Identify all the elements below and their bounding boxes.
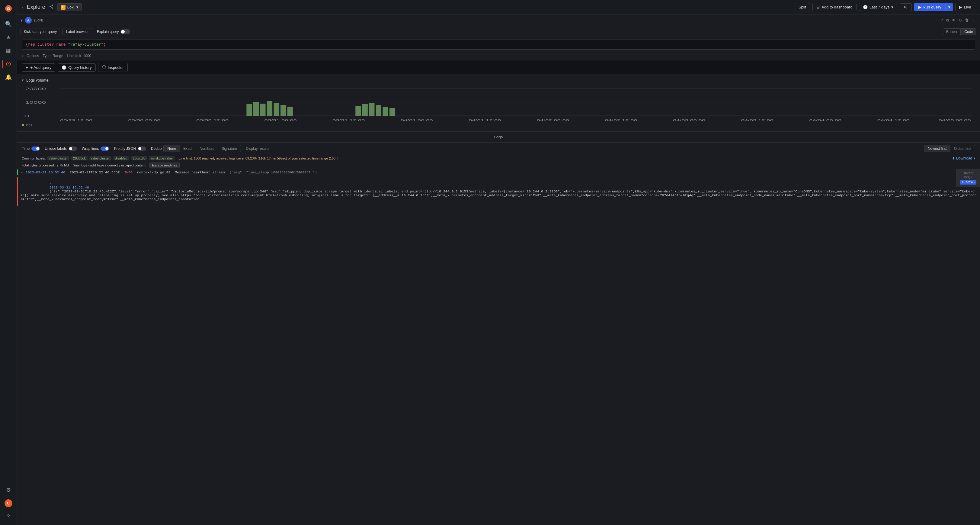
time-range-button[interactable]: 🕐 Last 7 days ▾ [859,3,897,11]
prettify-json-control: Prettify JSON [114,147,146,151]
options-chevron[interactable]: › [22,54,23,58]
query-brace-open: { [25,42,28,47]
grafana-logo[interactable]: G [2,2,14,14]
unique-labels-toggle[interactable] [68,147,77,151]
query-key: rep_cluster_name [28,42,66,47]
filter-exact[interactable]: Exact [180,145,196,152]
label-tag-2: 28d68ok [71,156,88,160]
svg-rect-14 [287,107,293,116]
datasource-selector[interactable]: L Loki ▾ [57,3,82,11]
filter-numbers[interactable]: Numbers [196,145,218,152]
split-button[interactable]: Split [795,3,810,11]
log-entry[interactable]: › 2023-03-31 15:52:46 2023-03-31T10:22:4… [17,169,980,176]
label-tag-4: disabled [113,156,129,160]
escape-newlines-button[interactable]: Escape newlines [150,163,180,168]
explain-toggle-group: Explain query [97,29,130,34]
logs-panel-header: Logs [17,132,980,143]
svg-text:20000: 20000 [25,87,46,91]
sidebar-item-alerts[interactable]: 🔔 [2,71,14,83]
sidebar-item-starred[interactable]: ★ [2,32,14,43]
delete-icon[interactable]: 🗑 [964,17,969,23]
legend-label: logs [26,123,32,127]
add-to-dashboard-button[interactable]: ⊞ Add to dashboard [813,3,856,11]
run-query-dropdown[interactable]: ▾ [946,3,953,11]
timestamp-badge: 15:52:46 [960,180,976,185]
log-content-1: › 2023-03-31 15:52:46 2023-03-31T10:22:4… [18,169,980,175]
zoom-out-button[interactable] [900,3,912,11]
wrap-lines-label: Wrap lines [82,147,99,151]
query-actions: ? ⧉ 👁 ⊘ 🗑 ⋮ [940,17,976,23]
label-browser-button[interactable]: Label browser [62,28,92,35]
time-control: Time [22,147,40,151]
query-label: A [25,17,32,24]
log-chevron-2[interactable]: › [49,182,52,185]
log-json-1: {"msg": "time_stamp:1680258166812808757 … [229,171,317,174]
time-toggle[interactable] [32,147,40,151]
filter-signature[interactable]: Signature [218,145,240,152]
prettify-json-label: Prettify JSON [114,147,136,151]
logs-panel: Logs Time Unique labels Wrap lines [17,132,980,525]
sidebar-item-user[interactable]: U [2,497,14,509]
svg-text:G: G [6,6,10,11]
builder-switch-btn[interactable]: Builder [943,29,961,35]
log-timestamp-1: 2023-03-31 15:52:46 [25,171,65,174]
label-tag-1: rafay-cluster [48,156,70,160]
eye-icon[interactable]: 👁 [951,17,956,23]
start-of-range-label: Start of range [960,171,976,179]
line-limit-label: Line limit: 1000 [67,54,91,58]
logs-volume-panel: ▾ Logs volume 20000 10000 0 [17,74,980,132]
query-input[interactable]: {rep_cluster_name="rafay-cluster"} [22,40,975,49]
share-icon[interactable] [49,4,54,10]
sidebar-toggle[interactable]: › [22,5,23,10]
sort-oldest-first[interactable]: Oldest first [950,145,975,152]
builder-code-switch: Builder Code [943,29,976,35]
help-icon[interactable]: ? [940,17,943,23]
more-icon[interactable]: ⋮ [971,17,976,23]
dedup-label: Dedup [151,147,162,151]
filter-none[interactable]: None [164,145,180,152]
sort-newest-first[interactable]: Newest first [924,145,950,152]
log-message-label-1: Message heartbeat stream [175,171,225,174]
escape-warning: Your logs might have incorrectly escaped… [73,163,146,167]
log-context-1: context/dp.go:88 [137,171,170,174]
log-entry-2[interactable]: › 2023-03-31 15:52:46 {"ts":"2023-03-31T… [17,176,980,207]
chart-legend: logs [22,123,975,127]
log-chevron[interactable]: › [20,171,22,174]
legend-dot [22,124,24,126]
inspector-button[interactable]: ⓘ Inspector [98,63,128,72]
code-switch-btn[interactable]: Code [961,29,976,35]
query-input-area: {rep_cluster_name="rafay-cluster"} [17,37,980,52]
explain-toggle[interactable] [121,29,130,34]
run-query-button[interactable]: ▶ Run query [914,3,945,11]
logs-controls: Time Unique labels Wrap lines Prettify J… [17,143,980,155]
query-history-button[interactable]: 🕐 Query history [58,64,95,72]
download-button[interactable]: ⬇ Download ▾ [952,156,975,160]
disable-icon[interactable]: ⊘ [958,17,963,23]
sidebar-item-search[interactable]: 🔍 [2,18,14,30]
live-icon: ▶ [959,5,962,10]
sidebar-item-explore[interactable] [2,58,14,70]
add-query-button[interactable]: + + Add query [22,64,55,72]
query-collapse-btn[interactable]: ▾ [21,18,23,23]
main-content: › Explore L Loki ▾ Split ⊞ Add to dashbo… [17,0,980,525]
query-header: ▾ A (Loki) ? ⧉ 👁 ⊘ 🗑 ⋮ [17,14,980,26]
logs-volume-chevron[interactable]: ▾ [22,78,24,83]
svg-rect-17 [369,103,374,116]
sidebar-item-dashboards[interactable]: ▦ [2,45,14,57]
svg-text:03/30 00:00: 03/30 00:00 [128,119,160,122]
run-icon: ▶ [918,5,921,10]
logs-volume-header: ▾ Logs volume [22,78,975,83]
start-of-range: Start of range 15:52:46 [956,169,980,187]
results-area: ▾ Logs volume 20000 10000 0 [17,74,980,525]
sidebar-item-settings[interactable]: ⚙ [2,484,14,496]
log-meta-bytes: Total bytes processed: 2.75 MB Your logs… [17,161,980,169]
live-button[interactable]: ▶ Live [955,3,975,11]
dedup-control: Dedup None Exact Numbers Signature [151,145,241,152]
topbar-actions: Split ⊞ Add to dashboard 🕐 Last 7 days ▾… [795,3,975,11]
kick-start-button[interactable]: Kick start your query [21,28,60,35]
copy-icon[interactable]: ⧉ [945,17,949,23]
prettify-json-toggle[interactable] [138,147,146,151]
sidebar-item-help[interactable]: ? [2,511,14,523]
svg-rect-20 [390,108,395,116]
wrap-lines-toggle[interactable] [100,147,109,151]
